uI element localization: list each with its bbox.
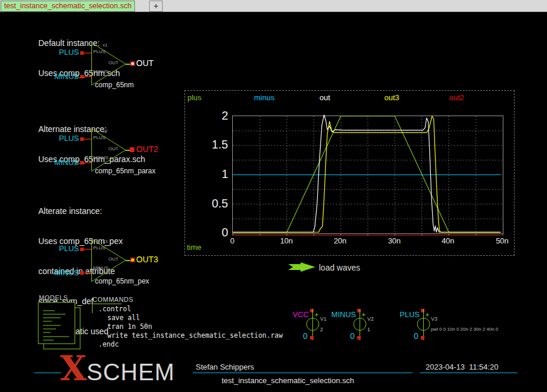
x-tick: 0: [219, 236, 245, 245]
x-axis-label: time: [187, 243, 202, 252]
wire: [84, 139, 91, 140]
net-label-minus[interactable]: MINUS: [42, 268, 79, 277]
instance-refdes: x1: [103, 42, 107, 48]
pin-name-plus: PLUS: [93, 49, 106, 54]
spice-line: tran 1n 50n: [107, 322, 152, 331]
wire: [84, 52, 91, 54]
source-refdes: V3: [431, 316, 437, 322]
tab-label: test_instance_schematic_selection.sch: [4, 2, 131, 10]
pin-name-minus: MINUS: [93, 265, 108, 271]
pin-square: [421, 336, 424, 340]
x-tick: 20n: [327, 236, 353, 245]
pin-square-out: [130, 258, 135, 262]
legend-plus[interactable]: plus: [187, 93, 202, 102]
pin-square-out-selected: [130, 147, 134, 152]
legend-minus[interactable]: minus: [254, 93, 275, 102]
symbol-name: comp_65nm_parax: [95, 167, 156, 175]
comparator-symbol-x1[interactable]: PLUS MINUS x1 PLUS OUT MINUS OUT comp_65…: [35, 40, 183, 94]
instance-refdes: x2: [103, 129, 107, 134]
legend-out2[interactable]: out2: [449, 93, 464, 102]
comparator-symbol-x3[interactable]: PLUS MINUS x3 PLUS OUT MINUS OUT3 comp_6…: [35, 236, 183, 291]
legend-out[interactable]: out: [319, 93, 330, 102]
x-tick: 10n: [274, 236, 299, 245]
source-value: pwl 0 0 10n 0 20n 2 30n 2 40n 0: [431, 327, 498, 332]
net-label-out[interactable]: OUT2: [136, 144, 158, 154]
wire: [84, 162, 91, 163]
x-tick: 50n: [489, 236, 515, 245]
spice-line: write test_instance_schematic_selection.…: [107, 331, 283, 340]
voltage-source-v3[interactable]: PLUS V3 pwl 0 0 10n 0 20n 2 30n 2 40n 0 …: [404, 308, 505, 343]
net-label-minus[interactable]: MINUS: [42, 158, 79, 167]
symbol-name: comp_65nm: [95, 81, 134, 89]
datetime-underline: [420, 373, 518, 373]
pin-name-out: OUT: [108, 60, 118, 65]
pin-name-minus: MINUS: [93, 155, 108, 160]
commands-label: COMMANDS: [93, 296, 133, 303]
xschem-logo: X SCHEM: [60, 351, 174, 386]
xschem-window: test_instance_schematic_selection.sch + …: [0, 0, 547, 392]
logo-x-glyph: X: [60, 351, 87, 386]
tab-bar: test_instance_schematic_selection.sch +: [0, 0, 547, 13]
y-tick: 1: [202, 167, 228, 181]
y-tick: 2: [202, 109, 228, 123]
net-label-gnd[interactable]: 0: [414, 331, 419, 341]
author-underline: [193, 373, 413, 373]
datetime: 2023-04-13 11:54:20: [426, 363, 498, 371]
models-document-icon[interactable]: [38, 302, 86, 351]
x-tick: 40n: [435, 236, 461, 245]
net-label-minus[interactable]: MINUS: [42, 72, 79, 81]
new-tab-button[interactable]: +: [149, 1, 163, 12]
pin-name-out: OUT: [108, 256, 118, 262]
net-label-out[interactable]: OUT: [136, 58, 154, 68]
plot-area: [232, 116, 503, 234]
tab-active[interactable]: test_instance_schematic_selection.sch: [1, 1, 135, 12]
source-value: 1: [367, 327, 370, 332]
pin-square-out: [130, 61, 135, 66]
sheet-title: test_instance_schematic_selection.sch: [222, 376, 354, 385]
logo-schem-text: SCHEM: [87, 360, 174, 384]
net-label-plus[interactable]: PLUS: [46, 48, 79, 57]
comparator-symbol-x2[interactable]: PLUS MINUS x2 PLUS OUT MINUS OUT2 comp_6…: [35, 126, 183, 180]
waveform-curves: [233, 116, 503, 233]
net-label-plus[interactable]: PLUS: [46, 134, 79, 143]
spice-line: .endc: [98, 340, 119, 348]
spice-line: .control: [98, 305, 131, 313]
pin-square: [310, 336, 314, 340]
net-label-gnd[interactable]: 0: [303, 331, 308, 341]
wire: [84, 249, 91, 250]
pin-name-out: OUT: [108, 146, 118, 151]
source-refdes: V2: [367, 316, 374, 322]
launcher-label[interactable]: load waves: [319, 263, 360, 272]
spice-line: save all: [107, 314, 140, 322]
pin-name-plus: PLUS: [93, 135, 106, 140]
net-label-gnd[interactable]: 0: [350, 331, 355, 341]
x-tick: 30n: [381, 236, 407, 245]
author-name: Stefan Schippers: [196, 363, 254, 371]
launcher-arrow-icon[interactable]: [288, 262, 317, 272]
wire: [84, 76, 91, 77]
models-label: MODELS: [39, 294, 68, 301]
titleblock-line: [34, 373, 61, 373]
legend-out3[interactable]: out3: [384, 93, 399, 102]
net-label-plus[interactable]: PLUS: [46, 244, 79, 253]
net-label-out[interactable]: OUT3: [136, 255, 158, 264]
y-tick: 1.5: [202, 138, 228, 151]
pin-square: [357, 336, 361, 340]
wire: [84, 272, 91, 274]
waveform-graph[interactable]: plus minus out out3 out2 2 1.5 1 0.5 0 0…: [184, 90, 515, 256]
instance-refdes: x3: [103, 239, 107, 244]
source-value: 2: [320, 327, 323, 332]
pin-name-minus: MINUS: [93, 69, 108, 74]
pin-name-plus: PLUS: [93, 245, 106, 251]
y-tick: 0.5: [202, 197, 228, 210]
symbol-name: comp_65nm_pex: [95, 277, 149, 285]
